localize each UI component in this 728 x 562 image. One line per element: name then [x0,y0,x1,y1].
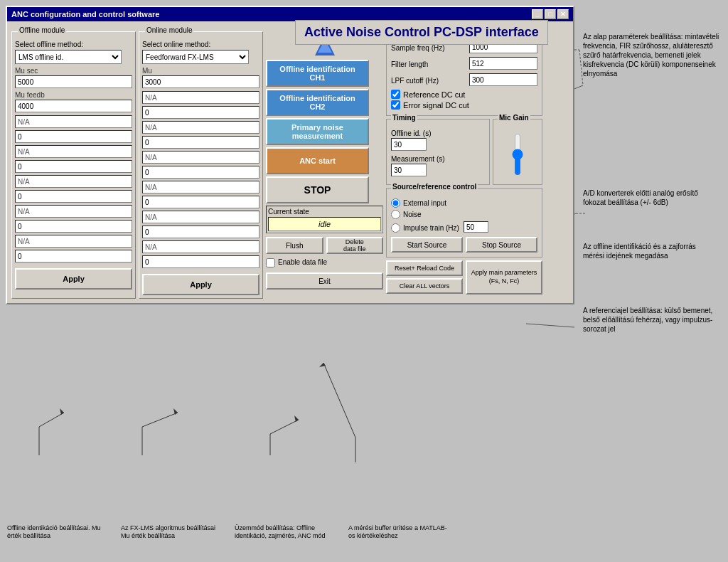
offline-ch2-label: Offline identificationCH2 [279,94,355,111]
offline-select-label: Select offline method: [15,41,132,48]
offline-na-1 [15,115,132,128]
svg-line-14 [270,420,299,434]
enable-data-file-checkbox[interactable] [266,258,275,267]
current-state-label: Current state [268,208,381,216]
delete-data-file-label: Deletedata file [343,238,366,253]
timing-title: Timing [391,114,417,122]
stop-source-button[interactable]: Stop Source [466,237,537,253]
filter-length-input[interactable] [469,57,537,70]
lpf-cutoff-input[interactable] [469,73,537,86]
online-na-5 [142,211,259,223]
external-input-radio[interactable] [391,198,400,208]
timing-mic-row: Timing Offline id. (s) Measurement (s) M [386,119,542,188]
bottom-ann-3: Üzemmód beállítása: Offline identikáció,… [235,524,334,541]
primary-noise-button[interactable]: Primary noisemeasurement [266,118,369,145]
svg-marker-9 [60,408,64,415]
flush-button[interactable]: Flush [266,237,323,254]
offline-zero-5[interactable] [15,250,132,263]
bottom-annotations: Offline identikáció beállításai. Mu érté… [7,524,448,541]
svg-marker-15 [294,415,299,422]
online-zero-1[interactable] [142,106,259,119]
error-signal-dc-cut-checkbox[interactable] [391,100,400,110]
apply-main-params-button[interactable]: Apply main parameters(Fs, N, Fc) [466,260,542,295]
mic-gain-slider[interactable] [510,133,525,176]
mu-feedb-input[interactable] [15,100,132,112]
mu-sec-label: Mu sec [15,67,132,75]
offline-module-title: Offline module [18,26,66,34]
online-zero-4[interactable] [142,196,259,208]
stop-button[interactable]: STOP [266,176,369,203]
offline-ch2-button[interactable]: Offline identificationCH2 [266,89,369,116]
online-select-label: Select online method: [142,41,259,48]
enable-data-file-label: Enable data file [278,258,327,266]
sample-freq-label: Sample freq (Hz) [391,44,469,52]
offline-zero-4[interactable] [15,220,132,233]
clear-all-vectors-button[interactable]: Clear ALL vectors [386,278,463,294]
online-na-4 [142,181,259,193]
online-na-1 [142,91,259,104]
impulse-train-radio[interactable] [391,223,400,233]
state-display: idle [268,217,381,231]
right-panel: Main parameters Sample freq (Hz) Filter … [386,26,542,299]
bottom-ann-4: A mérési buffer ürítése a MATLAB-os kiér… [348,524,448,541]
online-mu-label: Mu [142,67,259,75]
online-zero-3[interactable] [142,166,259,179]
online-zero-6[interactable] [142,255,259,268]
reset-reload-button[interactable]: Reset+ Reload Code [386,260,463,276]
noise-radio[interactable] [391,210,400,219]
anc-start-button[interactable]: ANC start [266,147,369,174]
exit-button[interactable]: Exit [266,272,383,290]
delete-data-file-button[interactable]: Deletedata file [326,237,384,254]
stop-label: STOP [304,184,331,196]
offline-zero-2[interactable] [15,160,132,173]
title-bar: ANC configuration and control software _… [7,7,573,21]
bottom-ann-1: Offline identikáció beállításai. Mu érté… [7,524,107,541]
current-state-box: Current state idle [266,206,383,233]
offline-module-panel: Offline module Select offline method: LM… [11,31,136,299]
online-zero-5[interactable] [142,226,259,238]
online-zero-2[interactable] [142,136,259,149]
online-module-panel: Online module Select online method: Feed… [139,31,263,299]
offline-ch1-label: Offline identificationCH1 [279,65,355,82]
source-control-title: Source/reference control [391,183,478,191]
minimize-button[interactable]: _ [532,9,543,19]
online-na-6 [142,240,259,253]
offline-zero-1[interactable] [15,130,132,143]
impulse-train-input[interactable] [464,221,488,233]
offline-zero-3[interactable] [15,190,132,203]
offline-na-3 [15,175,132,188]
mic-gain-panel: Mic Gain [493,119,542,185]
online-mu-input[interactable] [142,75,259,88]
anc-title: Active Noise Control PC-DSP interface [295,20,548,45]
offline-method-select[interactable]: LMS offline id. [15,50,122,64]
offline-ch1-button[interactable]: Offline identificationCH1 [266,60,369,87]
close-button[interactable]: ✕ [557,9,569,19]
impulse-train-label: Impulse train (Hz) [403,224,459,232]
annotation-source-control: A referenciajel beállítása: külső bemene… [583,306,718,334]
mu-sec-input[interactable] [15,75,132,88]
online-apply-button[interactable]: Apply [142,274,259,295]
maximize-button[interactable]: □ [545,9,556,19]
offline-na-2 [15,145,132,158]
offline-apply-button[interactable]: Apply [15,268,132,290]
online-module-title: Online module [145,26,193,34]
measurement-input[interactable] [391,164,427,176]
offline-id-input[interactable] [391,138,427,151]
online-method-select[interactable]: Feedforward FX-LMS [142,50,249,64]
annotation-mic-gain: A/D konverterek előtti analóg erősítő fo… [583,189,718,207]
svg-line-11 [142,413,178,427]
svg-marker-12 [173,408,178,415]
offline-na-5 [15,235,132,248]
ref-dc-cut-checkbox[interactable] [391,90,400,99]
source-control-panel: Source/reference control External input … [386,188,542,258]
bottom-ann-2: Az FX-LMS algoritmus beállításai Mu érté… [121,524,220,541]
offline-na-4 [15,205,132,218]
start-source-button[interactable]: Start Source [391,237,463,253]
bottom-buttons-row: Reset+ Reload Code Clear ALL vectors App… [386,260,542,295]
svg-line-8 [39,413,64,427]
lpf-cutoff-label: LPF cutoff (Hz) [391,77,469,85]
mu-feedb-label: Mu feedb [15,91,132,99]
primary-noise-label: Primary noisemeasurement [291,123,343,140]
main-window: ANC configuration and control software _… [6,6,574,304]
annotation-timing: Az offline identifikáció és a zajforrás … [583,242,718,260]
